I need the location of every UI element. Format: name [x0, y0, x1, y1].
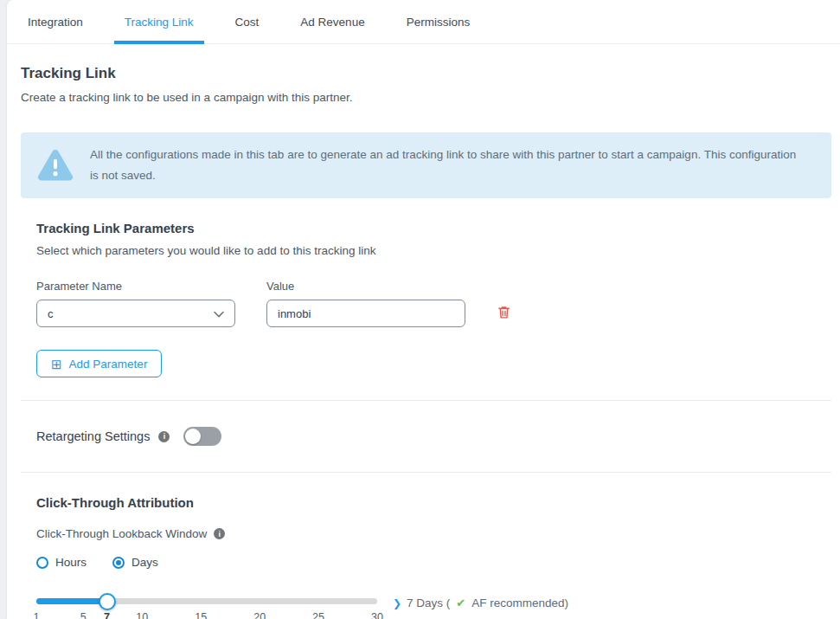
page-subtitle: Create a tracking link to be used in a c…	[21, 91, 831, 104]
slider-value-suffix: AF recommended)	[471, 596, 568, 609]
chevron-right-icon: ❯	[393, 597, 401, 609]
tab-permissions[interactable]: Permissions	[386, 0, 491, 43]
radio-days-label: Days	[131, 556, 158, 569]
add-parameter-label: Add Parameter	[69, 358, 148, 371]
tick-label: 5	[80, 611, 87, 619]
radio-circle-icon	[36, 557, 48, 569]
info-banner: All the configurations made in this tab …	[21, 132, 831, 198]
delete-parameter-button[interactable]	[497, 300, 511, 327]
settings-card: Integration Tracking Link Cost Ad Revenu…	[7, 0, 840, 619]
add-parameter-button[interactable]: ⊞ Add Parameter	[36, 350, 162, 377]
slider-ticks: 1 5 7 10 15 20 25 30	[36, 611, 377, 619]
check-icon: ✔	[456, 596, 465, 609]
info-icon[interactable]: i	[158, 431, 170, 442]
value-label: Value	[266, 280, 465, 293]
slider-handle[interactable]	[99, 593, 116, 610]
lookback-unit-radios: Hours Days	[36, 556, 831, 569]
tab-integration[interactable]: Integration	[7, 0, 104, 43]
slider-value-prefix: 7 Days (	[407, 596, 450, 609]
parameter-name-label: Parameter Name	[36, 280, 235, 293]
tick-label: 1	[34, 611, 40, 619]
trash-icon	[497, 305, 511, 322]
tick-label: 20	[253, 611, 266, 619]
parameter-name-value: c	[48, 307, 54, 320]
parameter-value-input[interactable]	[266, 300, 465, 327]
parameters-section-subtitle: Select which parameters you would like t…	[36, 244, 831, 257]
radio-hours-label: Hours	[55, 556, 87, 569]
parameter-name-select[interactable]: c	[36, 300, 235, 327]
parameter-row: Parameter Name c Value	[36, 280, 831, 327]
warning-triangle-icon	[21, 148, 90, 183]
tick-label-current: 7	[104, 611, 110, 619]
lookback-window-label: Click-Through Lookback Window	[36, 527, 207, 540]
parameters-section-title: Tracking Link Parameters	[36, 221, 831, 235]
lookback-slider[interactable]	[36, 598, 377, 604]
slider-value-text: ❯ 7 Days ( ✔ AF recommended)	[393, 596, 568, 609]
divider	[21, 400, 831, 401]
chevron-down-icon	[214, 307, 224, 320]
tick-label: 30	[371, 611, 383, 619]
retargeting-row: Retargeting Settings i	[36, 427, 831, 446]
tick-label: 15	[195, 611, 207, 619]
tab-tracking-link[interactable]: Tracking Link	[104, 0, 215, 43]
info-icon[interactable]: i	[214, 528, 225, 539]
slider-fill	[36, 598, 107, 604]
tab-cost[interactable]: Cost	[215, 0, 280, 43]
plus-square-icon: ⊞	[51, 358, 62, 371]
toggle-knob	[185, 429, 201, 444]
retargeting-label: Retargeting Settings	[36, 429, 150, 443]
click-through-title: Click-Through Attribution	[36, 495, 831, 510]
retargeting-toggle[interactable]	[183, 427, 221, 446]
tab-bar: Integration Tracking Link Cost Ad Revenu…	[7, 0, 840, 44]
radio-hours[interactable]: Hours	[36, 556, 87, 569]
banner-text: All the configurations made in this tab …	[90, 145, 797, 186]
tick-label: 25	[312, 611, 324, 619]
radio-circle-checked-icon	[112, 557, 125, 569]
divider	[21, 472, 831, 473]
radio-days[interactable]: Days	[112, 556, 158, 569]
page-title: Tracking Link	[21, 65, 831, 82]
tick-label: 10	[136, 611, 148, 619]
tab-ad-revenue[interactable]: Ad Revenue	[279, 0, 385, 43]
